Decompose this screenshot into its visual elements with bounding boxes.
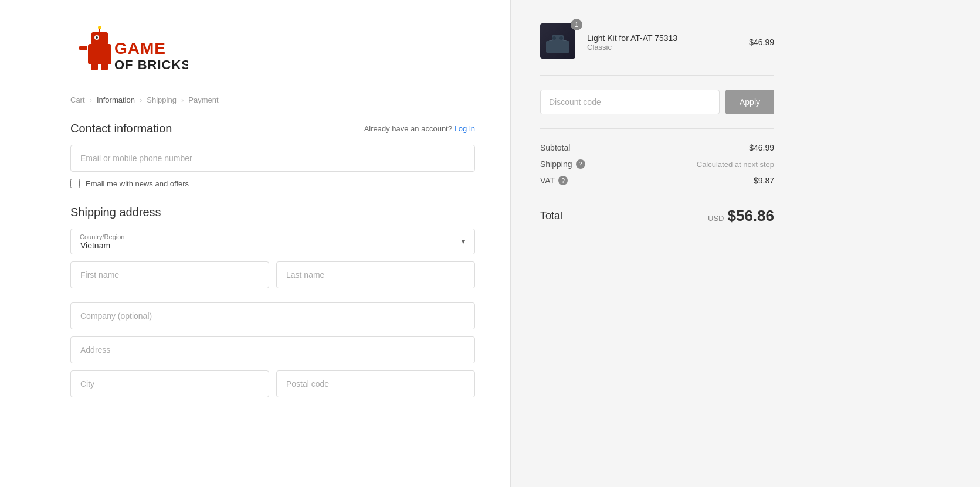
first-name-input[interactable] [70, 261, 269, 288]
email-field-wrapper [70, 145, 475, 172]
total-divider [540, 197, 774, 197]
subtotal-value: $46.99 [749, 143, 774, 152]
svg-point-13 [552, 36, 556, 40]
shipping-value: Calculated at next step [697, 160, 774, 169]
vat-label: VAT ? [540, 176, 568, 185]
svg-point-5 [98, 26, 101, 29]
product-row: 1 Light Kit for AT-AT 75313 Classic $46.… [540, 23, 774, 76]
login-prompt: Already have an account? Log in [364, 124, 475, 133]
svg-rect-15 [551, 47, 554, 52]
page-layout: GAME OF BRICKS Cart › Information › Ship… [0, 0, 980, 487]
subtotal-label: Subtotal [540, 143, 570, 152]
breadcrumb-sep-2: › [140, 96, 142, 104]
order-summary: Subtotal $46.99 Shipping ? Calculated at… [540, 143, 774, 185]
product-image [540, 23, 575, 59]
logo-image: GAME OF BRICKS [70, 23, 188, 76]
svg-rect-11 [549, 40, 567, 47]
last-name-input[interactable] [276, 261, 475, 288]
breadcrumb-sep-3: › [181, 96, 184, 104]
contact-section-header: Contact information Already have an acco… [70, 122, 475, 135]
product-price: $46.99 [749, 38, 774, 47]
shipping-section: Shipping address Country/Region Vietnam … [70, 206, 475, 404]
vat-help-icon[interactable]: ? [558, 176, 568, 185]
breadcrumb-information: Information [97, 96, 135, 104]
newsletter-checkbox[interactable] [70, 179, 80, 188]
svg-rect-8 [101, 63, 108, 70]
svg-text:OF BRICKS: OF BRICKS [114, 57, 188, 72]
newsletter-label[interactable]: Email me with news and offers [86, 179, 189, 188]
logo-area: GAME OF BRICKS [70, 23, 475, 78]
breadcrumb-sep-1: › [90, 96, 92, 104]
total-currency: USD [708, 214, 724, 223]
apply-button[interactable]: Apply [725, 90, 774, 114]
shipping-line: Shipping ? Calculated at next step [540, 159, 774, 169]
newsletter-row: Email me with news and offers [70, 179, 475, 188]
breadcrumb-cart[interactable]: Cart [70, 96, 85, 104]
company-wrapper [70, 302, 475, 329]
discount-row: Apply [540, 90, 774, 129]
breadcrumb-payment[interactable]: Payment [188, 96, 218, 104]
total-label: Total [540, 210, 562, 222]
product-image-wrapper: 1 [540, 23, 578, 61]
shipping-label: Shipping ? [540, 159, 585, 169]
postal-wrapper [276, 370, 475, 397]
shipping-help-icon[interactable]: ? [576, 159, 585, 169]
vat-line: VAT ? $9.87 [540, 176, 774, 185]
first-name-wrapper [70, 261, 269, 288]
last-name-wrapper [276, 261, 475, 288]
company-input[interactable] [70, 302, 475, 329]
city-postal-row [70, 370, 475, 404]
country-select[interactable]: Vietnam [70, 229, 475, 254]
left-panel: GAME OF BRICKS Cart › Information › Ship… [0, 0, 510, 487]
total-amount: $56.86 [727, 207, 774, 225]
city-wrapper [70, 370, 269, 397]
svg-text:GAME: GAME [114, 39, 166, 57]
breadcrumb: Cart › Information › Shipping › Payment [70, 96, 475, 104]
svg-rect-7 [91, 63, 98, 70]
discount-input[interactable] [540, 90, 720, 114]
breadcrumb-shipping[interactable]: Shipping [147, 96, 177, 104]
city-input[interactable] [70, 370, 269, 397]
contact-title: Contact information [70, 122, 172, 135]
postal-input[interactable] [276, 370, 475, 397]
name-row [70, 261, 475, 295]
subtotal-line: Subtotal $46.99 [540, 143, 774, 152]
product-quantity-badge: 1 [571, 19, 582, 30]
svg-rect-1 [91, 32, 108, 45]
svg-rect-6 [79, 46, 87, 50]
svg-point-14 [559, 36, 563, 40]
address-input[interactable] [70, 336, 475, 363]
login-link[interactable]: Log in [455, 124, 475, 133]
svg-rect-16 [562, 47, 565, 52]
product-info: Light Kit for AT-AT 75313 Classic [587, 33, 740, 52]
atat-icon [546, 29, 569, 53]
right-panel: 1 Light Kit for AT-AT 75313 Classic $46.… [510, 0, 803, 487]
svg-point-3 [96, 36, 98, 39]
shipping-title: Shipping address [70, 206, 475, 219]
total-value-wrap: USD $56.86 [708, 207, 774, 225]
vat-value: $9.87 [754, 176, 774, 185]
product-name: Light Kit for AT-AT 75313 [587, 33, 740, 43]
total-line: Total USD $56.86 [540, 207, 774, 225]
email-input[interactable] [70, 145, 475, 172]
product-variant: Classic [587, 43, 740, 52]
country-select-wrapper: Country/Region Vietnam ▼ [70, 229, 475, 254]
address-wrapper [70, 336, 475, 363]
svg-rect-0 [88, 44, 111, 64]
